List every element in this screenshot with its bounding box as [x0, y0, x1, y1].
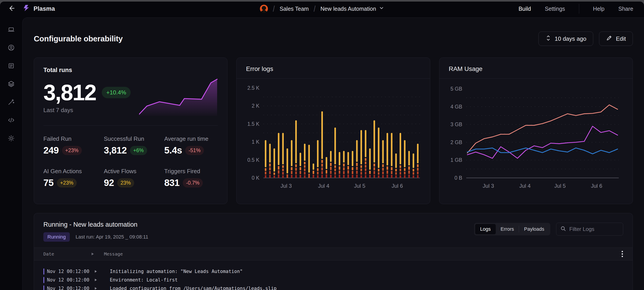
column-message: Message [104, 251, 123, 257]
stat-label: Failed Run [44, 135, 104, 142]
nav-link-settings[interactable]: Settings [545, 6, 565, 12]
stat-label: AI Gen Actions [44, 168, 104, 175]
plasma-logo-icon [22, 4, 30, 14]
total-runs-card: Total runs 3,812 +10.4% Last 7 days Fail… [34, 58, 228, 204]
error-logs-card: Error logs 0 K0.5 K1 K1.5 K2 K2.5 KJul 3… [236, 58, 430, 204]
status-badge: Running [44, 232, 70, 242]
stat-label: Triggers Fired [164, 168, 218, 175]
time-range-label: 10 days ago [555, 35, 586, 42]
svg-text:Jul 3: Jul 3 [482, 183, 494, 189]
ram-usage-title: RAM Usage [440, 58, 632, 78]
nav-link-help[interactable]: Help [593, 6, 604, 12]
log-message: Loaded configuration from /Users/sam/Aut… [110, 286, 276, 290]
stat-label: Active Flows [104, 168, 164, 175]
brand[interactable]: Plasma [22, 4, 55, 14]
svg-text:0 B: 0 B [454, 175, 462, 181]
sidebar-item-logs[interactable] [8, 62, 15, 69]
svg-text:Jul 5: Jul 5 [554, 183, 566, 189]
caret-right-icon[interactable] [95, 287, 97, 289]
divider [236, 78, 430, 79]
sidebar-item-account[interactable] [8, 44, 15, 51]
breadcrumb: / Sales Team / New leads Automation [260, 2, 384, 16]
caret-right-icon[interactable] [95, 270, 97, 272]
back-button[interactable] [0, 5, 22, 13]
stat-value: 831 [164, 177, 180, 188]
stat-successful-run: Successful Run 3,812+6% [104, 135, 164, 156]
svg-text:Jul 6: Jul 6 [392, 183, 403, 189]
stat-value: 3,812 [104, 145, 127, 156]
breadcrumb-separator: / [273, 4, 274, 14]
kebab-menu-icon[interactable] [622, 250, 623, 258]
breadcrumb-team[interactable]: Sales Team [280, 6, 309, 12]
breadcrumb-automation-label: New leads Automation [320, 6, 376, 12]
last-run-text: Last run: Apr 19, 2025 _ 09:08:11 [76, 234, 148, 240]
stat-average-run-time: Average run time 5.4s-51% [164, 135, 218, 156]
filter-logs-input[interactable] [569, 226, 639, 232]
log-date: Nov 12 00:12:00 [47, 277, 94, 282]
pencil-icon [606, 35, 612, 43]
nav-link-share[interactable]: Share [618, 6, 633, 12]
log-tabs: Logs Errors Payloads [474, 223, 550, 235]
total-runs-title: Total runs [44, 67, 218, 74]
top-nav: Plasma / Sales Team / New leads Automati… [0, 2, 644, 16]
sidebar [0, 18, 22, 290]
brand-name: Plasma [34, 5, 55, 12]
tab-payloads[interactable]: Payloads [519, 224, 549, 234]
svg-text:1 GB: 1 GB [450, 157, 462, 163]
error-logs-chart: 0 K0.5 K1 K1.5 K2 K2.5 KJul 3Jul 4Jul 5J… [244, 80, 422, 192]
page-title: Configurable oberability [34, 34, 123, 43]
sidebar-item-code[interactable] [8, 117, 15, 124]
svg-text:Jul 4: Jul 4 [519, 183, 531, 189]
sidebar-item-monitor[interactable] [8, 26, 15, 33]
stats-grid: Failed Run 249+23% Successful Run 3,812+… [44, 135, 218, 188]
svg-text:3 GB: 3 GB [450, 122, 462, 127]
stat-active-flows: Active Flows 9223% [104, 168, 164, 188]
tab-errors[interactable]: Errors [496, 224, 519, 234]
stat-ai-gen-actions: AI Gen Actions 75+23% [44, 168, 104, 188]
stat-delta-badge: +23% [57, 178, 77, 187]
error-logs-title: Error logs [236, 58, 430, 78]
stat-triggers-fired: Triggers Fired 831-0.7% [164, 168, 218, 188]
log-date: Nov 12 00:12:00 [47, 269, 94, 274]
divider [440, 78, 632, 79]
log-panel: Running - New leads automation Running L… [34, 213, 633, 290]
svg-text:0 K: 0 K [252, 175, 260, 181]
sidebar-item-layers[interactable] [8, 80, 15, 88]
breadcrumb-automation[interactable]: New leads Automation [320, 5, 384, 12]
app-window: Plasma / Sales Team / New leads Automati… [0, 2, 644, 290]
svg-text:0.5 K: 0.5 K [248, 157, 260, 163]
caret-right-icon[interactable] [92, 253, 94, 255]
sort-updown-icon [546, 35, 551, 43]
stat-value: 5.4s [164, 145, 182, 156]
time-range-button[interactable]: 10 days ago [538, 32, 594, 46]
stat-label: Successful Run [104, 135, 164, 142]
ram-usage-card: RAM Usage 0 B1 GB2 GB3 GB4 GB5 GBJul 3Ju… [439, 58, 633, 204]
row-accent-bar [44, 285, 44, 290]
stat-delta-badge: -0.7% [183, 178, 203, 187]
filter-logs-box[interactable] [556, 223, 623, 236]
edit-button[interactable]: Edit [599, 32, 633, 46]
nav-link-build[interactable]: Build [518, 6, 531, 12]
svg-text:Jul 4: Jul 4 [318, 183, 330, 189]
svg-text:5 GB: 5 GB [450, 86, 462, 92]
log-message: Initializing automation: "New Leads Auto… [110, 269, 242, 274]
log-row[interactable]: Nov 12 00:12:00 Initializing automation:… [44, 267, 623, 276]
log-table-header: Date Message [34, 247, 632, 260]
tab-logs[interactable]: Logs [475, 224, 496, 234]
total-runs-value: 3,812 [44, 81, 96, 104]
avatar[interactable] [260, 5, 268, 13]
stat-value: 75 [44, 177, 54, 188]
nav-divider [579, 4, 579, 14]
log-row[interactable]: Nov 12 00:12:00 Environment: Local-first [44, 276, 623, 284]
sidebar-item-ai-tools[interactable] [8, 98, 15, 106]
log-row[interactable]: Nov 12 00:12:00 Loaded configuration fro… [44, 284, 623, 290]
caret-right-icon[interactable] [95, 278, 97, 281]
svg-text:Jul 5: Jul 5 [354, 183, 366, 189]
stat-value: 92 [104, 177, 114, 188]
divider [44, 125, 218, 126]
svg-text:2 K: 2 K [252, 103, 260, 109]
row-accent-bar [44, 277, 44, 283]
svg-text:1 K: 1 K [252, 139, 260, 145]
sidebar-item-settings[interactable] [8, 135, 15, 142]
svg-text:1.5 K: 1.5 K [248, 121, 260, 127]
